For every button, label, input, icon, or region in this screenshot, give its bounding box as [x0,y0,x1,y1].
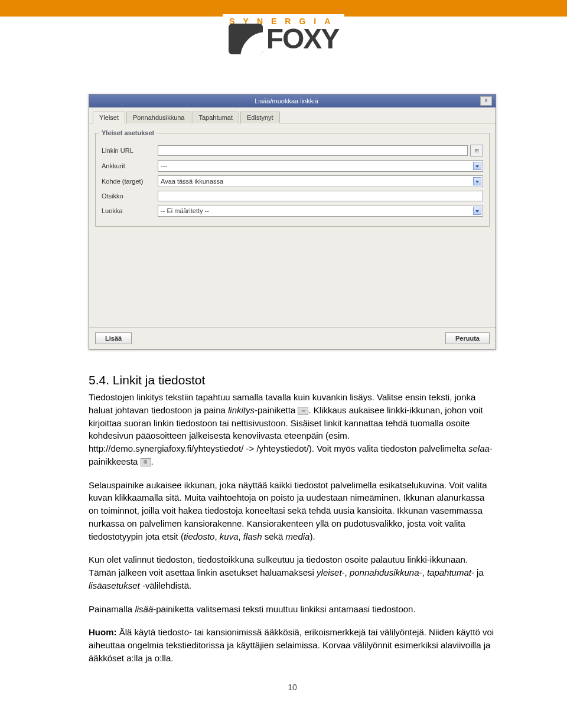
tab-general[interactable]: Yleiset [93,112,125,123]
target-label: Kohde (target) [102,178,158,185]
tab-popup[interactable]: Ponnahdusikkuna [126,112,191,123]
p1-em-2: selaa [468,443,490,453]
dialog-footer: Lisää Peruuta [89,327,496,349]
fieldset-legend: Yleiset asetukset [99,129,157,136]
p2-em-4: media [286,531,310,541]
p4-text: Painamalla [89,604,135,614]
paragraph-2: Selauspainike aukaisee ikkunan, joka näy… [89,479,496,543]
dialog-tabs: Yleiset Ponnahdusikkuna Tapahtumat Edist… [89,107,496,123]
paragraph-5: Huom: Älä käytä tiedosto- tai kansionimi… [89,626,496,664]
dialog-spacer [89,233,496,327]
title-label: Otsikko [102,192,158,200]
p2-sep2: , [239,531,243,541]
p4-text2: -painiketta valitsemasi teksti muuttuu l… [153,604,415,614]
p5-text: Älä käytä tiedosto- tai kansionimissä ää… [89,627,494,663]
title-input[interactable] [158,191,483,201]
anchor-label: Ankkurit [102,162,158,169]
p2-sep1: , [214,531,219,541]
logo-block: SYNERGIA FOXY [0,14,567,58]
general-fieldset: Yleiset asetukset Linkin URL ⊞ Ankkurit … [95,129,490,227]
section-heading: 5.4. Linkit ja tiedostot [89,373,496,387]
p2-em-1: tiedosto [184,531,215,541]
close-button[interactable]: x [480,96,492,106]
class-label: Luokka [102,207,158,214]
tab-advanced[interactable]: Edistynyt [240,112,280,123]
p3-text2: -välilehdistä. [140,580,192,590]
link-icon: ∞ [298,407,308,415]
paragraph-1: Tiedostojen linkitys tekstiin tapahtuu s… [89,391,496,468]
target-select[interactable]: Avaa tässä ikkunassa [158,175,483,187]
ok-button[interactable]: Lisää [95,332,132,344]
cancel-button[interactable]: Peruuta [445,332,490,344]
p3-em-4: lisäasetukset [89,580,140,590]
p1-text2: -painiketta [255,405,298,415]
url-label: Linkin URL [102,147,158,154]
paragraph-3: Kun olet valinnut tiedoston, tiedostoikk… [89,553,496,592]
p2-em-2: kuva [220,531,239,541]
browse-icon: ⊞ [141,458,151,466]
p3-sep2: -, [419,567,427,577]
dialog-titlebar: Lisää/muokkaa linkkiä x [89,94,496,107]
p3-em-2: ponnahdusikkuna [350,567,419,577]
page-number: 10 [89,683,496,692]
p3-em-1: yleiset [317,567,342,577]
p3-sep1: -, [342,567,350,577]
anchor-select[interactable]: --- [158,160,483,172]
link-dialog: Lisää/muokkaa linkkiä x Yleiset Ponnahdu… [89,94,496,350]
url-input[interactable] [158,145,468,156]
class-select[interactable]: -- Ei määritetty -- [158,205,483,217]
browse-button[interactable]: ⊞ [470,145,483,156]
p2-sep3: sekä [262,531,286,541]
p2-em-3: flash [243,531,262,541]
dialog-title-text: Lisää/muokkaa linkkiä [93,97,480,105]
p1-em-1: linkitys [228,405,255,415]
paragraph-4: Painamalla lisää-painiketta valitsemasi … [89,603,496,616]
p4-em-1: lisää [135,604,153,614]
p3-sep3: - ja [471,567,484,577]
p1-text5: . [151,456,154,466]
logo-word: FOXY [266,22,339,55]
tab-events[interactable]: Tapahtumat [193,112,239,123]
p3-em-3: tapahtumat [427,567,471,577]
p2-text2: ). [309,531,315,541]
p5-bold: Huom: [89,627,117,637]
logo-mark-icon [229,24,263,54]
